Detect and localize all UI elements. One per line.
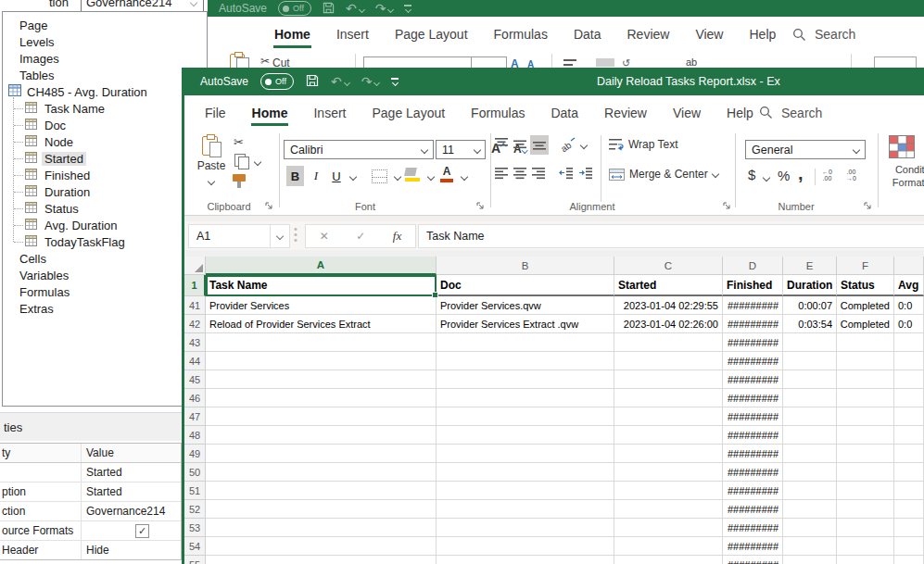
cell-f53[interactable] xyxy=(837,519,894,537)
tree-item-tables[interactable]: Tables xyxy=(3,67,207,83)
tree-item-cells[interactable]: Cells xyxy=(3,250,207,267)
property-value[interactable]: Governance214 xyxy=(82,502,181,520)
cell-c49[interactable] xyxy=(614,445,723,463)
tab-data[interactable]: Data xyxy=(538,95,591,130)
row-number-41[interactable]: 41 xyxy=(184,296,206,315)
back-search[interactable]: Search xyxy=(792,17,855,52)
column-header-B[interactable]: B xyxy=(437,257,614,275)
cell-f54[interactable] xyxy=(837,537,894,556)
cell-c44[interactable] xyxy=(614,352,723,370)
cell-f47[interactable] xyxy=(837,407,894,426)
tree-field-task-name[interactable]: Task Name xyxy=(3,100,207,117)
cell-e55[interactable] xyxy=(783,556,837,564)
cell-d50[interactable]: ######### xyxy=(723,463,783,482)
tree-field-node[interactable]: Node xyxy=(3,133,207,150)
cell-a46[interactable] xyxy=(206,389,437,407)
cell-f1[interactable]: Status xyxy=(837,275,894,296)
borders-icon[interactable] xyxy=(372,169,387,183)
cell-c51[interactable] xyxy=(614,482,723,500)
cell-d55[interactable]: ######### xyxy=(723,556,783,564)
column-header-A[interactable]: A xyxy=(206,257,437,275)
cell-e48[interactable] xyxy=(783,426,837,445)
cell-g55[interactable] xyxy=(894,556,924,564)
row-number-48[interactable]: 48 xyxy=(184,426,206,445)
cell-c48[interactable] xyxy=(614,426,723,445)
cell-f52[interactable] xyxy=(837,500,894,519)
tree-field-status[interactable]: Status xyxy=(3,200,207,217)
column-header-g[interactable] xyxy=(894,257,924,275)
cell-d46[interactable]: ######### xyxy=(723,389,783,407)
decrease-indent-icon[interactable] xyxy=(559,167,574,182)
cell-g51[interactable] xyxy=(894,482,924,500)
cell-f46[interactable] xyxy=(837,389,894,407)
cell-f44[interactable] xyxy=(837,352,894,370)
align-left-icon[interactable] xyxy=(494,167,509,182)
cell-d43[interactable]: ######### xyxy=(723,333,783,352)
cell-c47[interactable] xyxy=(614,407,723,426)
tree-item-variables[interactable]: Variables xyxy=(3,267,207,283)
save-icon[interactable] xyxy=(323,2,335,16)
formula-input[interactable]: Task Name xyxy=(418,224,924,248)
cell-c41[interactable]: 2023-01-04 02:29:55 xyxy=(614,296,723,315)
cell-a48[interactable] xyxy=(206,426,437,445)
align-center-icon[interactable] xyxy=(513,167,527,182)
cell-a44[interactable] xyxy=(206,352,437,370)
row-number-53[interactable]: 53 xyxy=(184,519,206,537)
cell-a53[interactable] xyxy=(206,519,437,537)
cell-b51[interactable] xyxy=(437,482,614,500)
row-number-1[interactable]: 1 xyxy=(184,275,206,296)
row-number-44[interactable]: 44 xyxy=(184,352,206,370)
cell-g52[interactable] xyxy=(894,500,924,519)
underline-chevron-icon[interactable] xyxy=(349,173,357,181)
property-value[interactable]: Hide xyxy=(82,541,181,559)
column-header-D[interactable]: D xyxy=(723,257,783,275)
cell-f43[interactable] xyxy=(837,333,894,352)
row-number-51[interactable]: 51 xyxy=(184,482,206,500)
fill-color-icon[interactable] xyxy=(405,168,420,182)
tab-data[interactable]: Data xyxy=(561,17,614,52)
tree-field-doc[interactable]: Doc xyxy=(3,117,207,133)
row-number-42[interactable]: 42 xyxy=(184,315,206,333)
cell-c46[interactable] xyxy=(614,389,723,407)
cell-b44[interactable] xyxy=(437,352,614,370)
number-format-select[interactable]: General xyxy=(745,140,866,159)
cell-c1[interactable]: Started xyxy=(614,275,723,296)
column-header-C[interactable]: C xyxy=(614,257,723,275)
cell-f41[interactable]: Completed xyxy=(837,296,894,315)
cell-d41[interactable]: ######### xyxy=(723,296,783,315)
cell-b48[interactable] xyxy=(437,426,614,445)
cell-d48[interactable]: ######### xyxy=(723,426,783,445)
cell-f48[interactable] xyxy=(837,426,894,445)
font-size-select[interactable]: 11 xyxy=(436,140,486,159)
autosave-toggle[interactable]: Off xyxy=(278,1,311,16)
tab-page-layout[interactable]: Page Layout xyxy=(359,95,458,130)
tab-insert[interactable]: Insert xyxy=(300,95,359,130)
property-value[interactable]: Started xyxy=(82,483,181,501)
align-bottom-icon[interactable] xyxy=(530,135,549,155)
cell-c53[interactable] xyxy=(614,519,723,537)
cell-b54[interactable] xyxy=(437,537,614,556)
cell-a49[interactable] xyxy=(206,445,437,463)
cell-e44[interactable] xyxy=(783,352,837,370)
redo-icon[interactable]: ↷ xyxy=(361,75,380,88)
clipboard-dialog-launcher[interactable] xyxy=(264,201,273,210)
paste-button[interactable]: Paste xyxy=(192,132,231,201)
search[interactable]: Search xyxy=(759,95,822,130)
tree-field-finished[interactable]: Finished xyxy=(3,167,207,183)
column-header-E[interactable]: E xyxy=(783,257,837,275)
checkbox-checked-icon[interactable]: ✓ xyxy=(135,524,149,538)
cell-b53[interactable] xyxy=(437,519,614,537)
tab-insert[interactable]: Insert xyxy=(323,17,382,52)
tree-item-extras[interactable]: Extras xyxy=(3,300,207,317)
cell-c43[interactable] xyxy=(614,333,723,352)
tree-item-levels[interactable]: Levels xyxy=(3,33,207,50)
cell-c50[interactable] xyxy=(614,463,723,482)
cell-a42[interactable]: Reload of Provider Services Extract xyxy=(206,315,437,333)
cell-e42[interactable]: 0:03:54 xyxy=(783,315,837,333)
orientation-icon[interactable]: ab xyxy=(559,137,576,155)
cell-d1[interactable]: Finished xyxy=(723,275,783,296)
cell-d44[interactable]: ######### xyxy=(723,352,783,370)
tab-review[interactable]: Review xyxy=(614,17,682,52)
tab-view[interactable]: View xyxy=(682,17,736,52)
cell-a45[interactable] xyxy=(206,370,437,389)
